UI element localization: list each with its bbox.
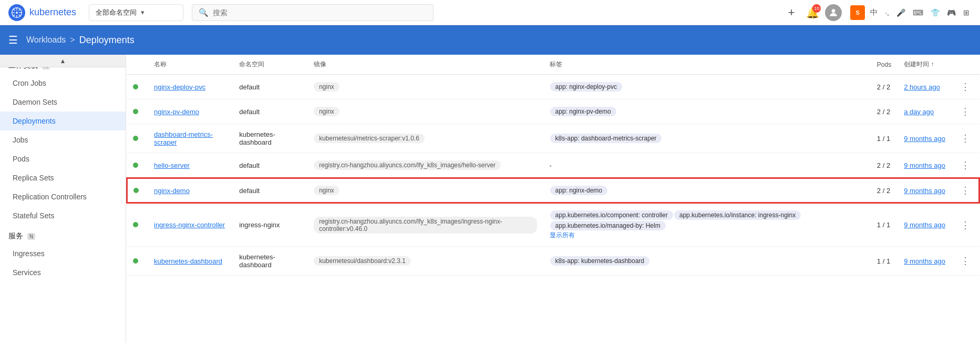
- time-cell: 9 months ago: [898, 247, 952, 276]
- deployment-name-link[interactable]: kubernetes-dashboard: [154, 257, 222, 265]
- sogou-game[interactable]: 🎮: [945, 7, 958, 18]
- time-link[interactable]: 9 months ago: [904, 257, 945, 265]
- labels-cell: app: nginx-pv-demo: [543, 99, 871, 124]
- status-dot: [133, 258, 138, 264]
- label-chip: k8s-app: kubernetes-dashboard: [550, 256, 649, 266]
- row-menu-button[interactable]: ⋮: [958, 133, 973, 144]
- row-menu-button[interactable]: ⋮: [958, 255, 973, 267]
- actions-cell: ⋮: [952, 178, 979, 203]
- sogou-keyboard[interactable]: ⌨: [911, 7, 925, 18]
- sidebar-scroll-up[interactable]: ▲: [0, 55, 126, 67]
- deployment-name-link[interactable]: hello-server: [154, 162, 190, 169]
- sidebar-item-ingresses[interactable]: Ingresses: [0, 244, 126, 263]
- name-cell: nginx-pv-demo: [148, 99, 233, 124]
- image-tag: nginx: [314, 186, 339, 195]
- row-menu-button[interactable]: ⋮: [958, 81, 973, 93]
- col-namespace: 命名空间: [233, 55, 307, 75]
- status-cell: [127, 247, 148, 276]
- label-chip: k8s-app: dashboard-metrics-scraper: [550, 134, 662, 143]
- sidebar-item-daemon-sets[interactable]: Daemon Sets: [0, 93, 126, 112]
- sogou-grid[interactable]: ⊞: [961, 7, 972, 18]
- image-tag: kubernetesui/metrics-scraper:v1.0.6: [314, 134, 425, 143]
- sidebar-item-deployments[interactable]: Deployments: [0, 112, 126, 130]
- sogou-lang[interactable]: 中: [868, 7, 880, 18]
- image-tag: kubernetesui/dashboard:v2.3.1: [314, 256, 411, 266]
- service-section-label: 服务: [8, 231, 23, 241]
- image-tag: registry.cn-hangzhou.aliyuncs.com/lfy_k8…: [314, 160, 501, 170]
- table-row: nginx-pv-demodefaultnginxapp: nginx-pv-d…: [127, 99, 979, 124]
- show-all-labels[interactable]: 显示所有: [550, 231, 575, 239]
- namespace-cell: kubernetes-dashboard: [233, 247, 307, 276]
- content-area: 名称 命名空间 镜像 标签 Pods 创建时间 ↑ nginx-deploy-p…: [126, 55, 980, 343]
- time-link[interactable]: 9 months ago: [904, 135, 945, 143]
- namespace-cell: default: [233, 178, 307, 203]
- row-menu-button[interactable]: ⋮: [958, 106, 973, 117]
- sogou-dot1[interactable]: ·,: [883, 7, 891, 18]
- breadcrumb-bar: ☰ Workloads > Deployments: [0, 25, 980, 55]
- status-cell: [127, 75, 148, 99]
- notification-button[interactable]: 🔔 10: [804, 4, 821, 21]
- status-cell: [127, 124, 148, 153]
- col-name: 名称: [148, 55, 233, 75]
- row-menu-button[interactable]: ⋮: [958, 185, 973, 196]
- breadcrumb-separator: >: [70, 35, 75, 45]
- sidebar-item-stateful-sets[interactable]: Stateful Sets: [0, 206, 126, 225]
- label-chip: app.kubernetes.io/instance: ingress-ngin…: [674, 210, 801, 220]
- status-cell: [127, 99, 148, 124]
- time-link[interactable]: 9 months ago: [904, 162, 945, 169]
- actions-cell: ⋮: [952, 124, 979, 153]
- sidebar-item-cron-jobs[interactable]: Cron Jobs: [0, 74, 126, 93]
- namespace-cell: default: [233, 75, 307, 99]
- sidebar-item-pods[interactable]: Pods: [0, 149, 126, 168]
- sogou-mic[interactable]: 🎤: [894, 7, 907, 18]
- image-cell: registry.cn-hangzhou.aliyuncs.com/lfy_k8…: [307, 203, 543, 247]
- sogou-icon[interactable]: S: [850, 5, 865, 20]
- time-link[interactable]: a day ago: [904, 108, 934, 116]
- svg-line-7: [19, 14, 21, 16]
- time-link[interactable]: 2 hours ago: [904, 83, 940, 91]
- status-dot: [133, 109, 138, 114]
- labels-cell: -: [543, 153, 871, 178]
- time-link[interactable]: 9 months ago: [904, 187, 945, 195]
- sidebar-item-replica-sets[interactable]: Replica Sets: [0, 168, 126, 187]
- row-menu-button[interactable]: ⋮: [958, 219, 973, 231]
- image-cell: nginx: [307, 178, 543, 203]
- sidebar-item-jobs[interactable]: Jobs: [0, 130, 126, 149]
- pods-cell: 2 / 2: [871, 75, 898, 99]
- pods-cell: 1 / 1: [871, 203, 898, 247]
- deployment-name-link[interactable]: nginx-deploy-pvc: [154, 83, 205, 91]
- main-layout: ▲ 工作负载 N Cron Jobs Daemon Sets Deploymen…: [0, 55, 980, 343]
- image-cell: nginx: [307, 75, 543, 99]
- time-cell: 9 months ago: [898, 153, 952, 178]
- namespace-selector[interactable]: 全部命名空间 ▾: [89, 4, 183, 21]
- image-cell: nginx: [307, 99, 543, 124]
- sidebar-item-services[interactable]: Services: [0, 263, 126, 282]
- labels-cell: k8s-app: dashboard-metrics-scraper: [543, 124, 871, 153]
- add-button[interactable]: +: [783, 4, 800, 21]
- row-menu-button[interactable]: ⋮: [958, 159, 973, 171]
- table-row: hello-serverdefaultregistry.cn-hangzhou.…: [127, 153, 979, 178]
- deployment-name-link[interactable]: nginx-demo: [154, 187, 190, 195]
- svg-point-10: [832, 9, 835, 13]
- user-avatar[interactable]: [825, 4, 842, 21]
- sogou-shirt[interactable]: 👕: [929, 7, 942, 18]
- pods-cell: 2 / 2: [871, 99, 898, 124]
- table-row: ingress-nginx-controlleringress-nginxreg…: [127, 203, 979, 247]
- search-input[interactable]: [213, 8, 427, 17]
- sidebar: ▲ 工作负载 N Cron Jobs Daemon Sets Deploymen…: [0, 55, 126, 343]
- col-image: 镜像: [307, 55, 543, 75]
- search-icon: 🔍: [199, 8, 209, 17]
- status-dot: [133, 163, 138, 168]
- deployment-name-link[interactable]: ingress-nginx-controller: [154, 221, 225, 229]
- status-dot: [133, 84, 138, 89]
- hamburger-icon[interactable]: ☰: [8, 34, 18, 46]
- notification-badge: 10: [812, 4, 821, 13]
- label-chip: app: nginx-demo: [550, 186, 607, 195]
- time-link[interactable]: 9 months ago: [904, 221, 945, 229]
- sidebar-item-replication-controllers[interactable]: Replication Controllers: [0, 187, 126, 206]
- breadcrumb-workloads[interactable]: Workloads: [26, 35, 66, 45]
- col-time[interactable]: 创建时间 ↑: [898, 55, 952, 75]
- service-badge: N: [27, 233, 35, 240]
- deployment-name-link[interactable]: nginx-pv-demo: [154, 108, 199, 116]
- deployment-name-link[interactable]: dashboard-metrics-scraper: [154, 130, 213, 146]
